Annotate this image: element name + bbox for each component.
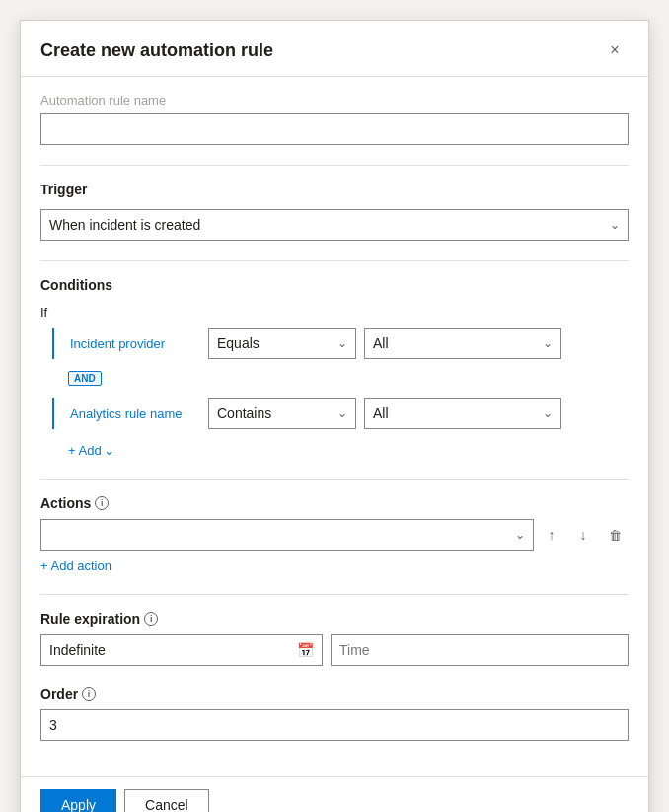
- trigger-selected-value: When incident is created: [41, 217, 602, 233]
- conditions-heading: Conditions: [40, 277, 629, 293]
- condition-2-name: Analytics rule name: [70, 406, 208, 421]
- divider-2: [40, 260, 629, 261]
- dialog-header: Create new automation rule ×: [21, 21, 648, 77]
- condition-2-operator-chevron-icon: ⌄: [330, 406, 355, 420]
- if-label: If: [40, 305, 629, 320]
- add-condition-chevron-icon: ⌄: [104, 443, 114, 458]
- condition-2-operator-value: Contains: [209, 406, 330, 421]
- automation-rule-name-label: Automation rule name: [40, 93, 629, 108]
- condition-row-2: Analytics rule name Contains ⌄ All ⌄: [52, 398, 629, 429]
- actions-section: Actions i ⌄ ↑ ↓ 🗑 + Add action: [40, 495, 629, 574]
- calendar-icon[interactable]: 📅: [289, 642, 322, 658]
- conditions-section: Conditions If Incident provider Equals ⌄…: [40, 277, 629, 459]
- condition-2-value-chevron-icon: ⌄: [535, 406, 560, 420]
- condition-2-operator-dropdown[interactable]: Contains ⌄: [208, 398, 356, 429]
- automation-rule-name-section: Automation rule name: [40, 93, 629, 145]
- condition-2-value-dropdown[interactable]: All ⌄: [364, 398, 561, 429]
- rule-expiration-section: Rule expiration i 📅: [40, 611, 629, 666]
- actions-dropdown[interactable]: ⌄: [40, 519, 534, 551]
- move-down-icon: ↓: [580, 527, 587, 543]
- add-condition-label: + Add: [68, 443, 102, 458]
- divider-3: [40, 479, 629, 480]
- cancel-button[interactable]: Cancel: [124, 789, 209, 812]
- dialog-footer: Apply Cancel: [21, 776, 648, 812]
- expiration-row: 📅: [40, 634, 629, 666]
- move-up-icon: ↑: [549, 527, 556, 543]
- actions-move-up-button[interactable]: ↑: [538, 521, 565, 549]
- condition-1-operator-chevron-icon: ⌄: [330, 336, 355, 350]
- order-info-icon: i: [82, 687, 96, 701]
- actions-info-icon: i: [95, 496, 109, 510]
- condition-1-value-chevron-icon: ⌄: [535, 336, 560, 350]
- order-heading: Order: [40, 686, 78, 701]
- expiration-date-input[interactable]: [41, 642, 289, 658]
- condition-1-operator-dropdown[interactable]: Equals ⌄: [208, 328, 356, 359]
- close-button[interactable]: ×: [601, 37, 629, 64]
- condition-row-1: Incident provider Equals ⌄ All ⌄: [52, 328, 629, 359]
- apply-button[interactable]: Apply: [40, 789, 116, 812]
- expiration-time-input[interactable]: [331, 634, 629, 666]
- order-section: Order i: [40, 686, 629, 741]
- and-badge: AND: [68, 371, 102, 386]
- actions-row: ⌄ ↑ ↓ 🗑: [40, 519, 629, 551]
- add-action-label: + Add action: [40, 558, 112, 573]
- dialog-body: Automation rule name Trigger When incide…: [21, 77, 648, 776]
- trigger-heading: Trigger: [40, 182, 629, 197]
- condition-2-value: All: [365, 406, 535, 421]
- automation-rule-name-input[interactable]: [40, 113, 629, 145]
- add-condition-button[interactable]: + Add ⌄: [68, 443, 114, 458]
- delete-icon: 🗑: [609, 528, 622, 543]
- add-action-button[interactable]: + Add action: [40, 558, 112, 573]
- trigger-chevron-icon: ⌄: [602, 218, 628, 232]
- rule-expiration-info-icon: i: [144, 612, 158, 626]
- actions-move-down-button[interactable]: ↓: [569, 521, 597, 549]
- divider-1: [40, 165, 629, 166]
- dialog-title: Create new automation rule: [40, 40, 273, 61]
- expiration-date-field: 📅: [40, 634, 323, 666]
- trigger-dropdown[interactable]: When incident is created ⌄: [40, 209, 629, 241]
- condition-1-value-dropdown[interactable]: All ⌄: [364, 328, 561, 359]
- actions-heading: Actions: [40, 495, 91, 511]
- create-automation-rule-dialog: Create new automation rule × Automation …: [20, 20, 649, 812]
- divider-4: [40, 594, 629, 595]
- actions-chevron-icon: ⌄: [507, 528, 533, 542]
- condition-1-value: All: [365, 335, 535, 351]
- condition-1-name: Incident provider: [70, 336, 208, 351]
- trigger-section: Trigger When incident is created ⌄: [40, 182, 629, 241]
- condition-1-operator-value: Equals: [209, 335, 330, 351]
- actions-delete-button[interactable]: 🗑: [601, 521, 629, 549]
- rule-expiration-heading: Rule expiration: [40, 611, 140, 627]
- order-input[interactable]: [40, 709, 629, 741]
- conditions-container: Incident provider Equals ⌄ All ⌄ AND Ana…: [40, 328, 629, 459]
